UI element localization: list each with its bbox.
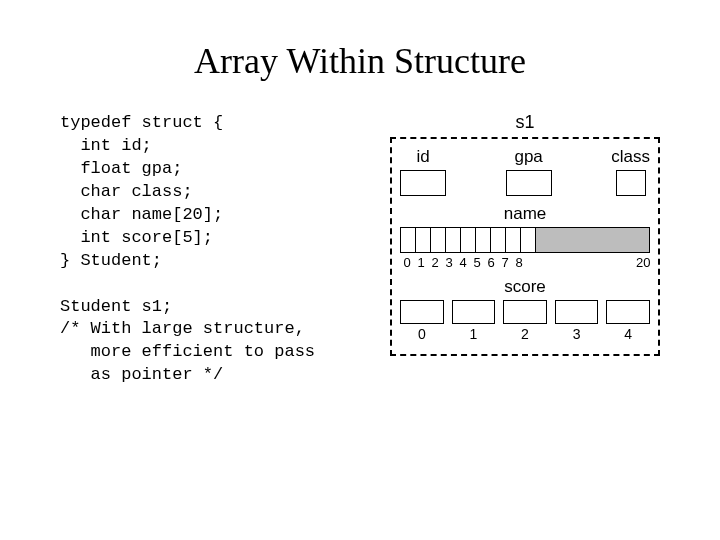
array-cell — [400, 300, 444, 324]
array-cell — [461, 228, 476, 252]
tick: 3 — [555, 326, 599, 342]
tick: 3 — [442, 255, 456, 271]
name-ticks: 0 1 2 3 4 5 6 7 8 20 — [400, 255, 650, 271]
variable-label: s1 — [390, 112, 660, 133]
tick: 5 — [470, 255, 484, 271]
field-label: gpa — [514, 147, 542, 167]
array-cell — [446, 228, 461, 252]
field-label: class — [611, 147, 650, 167]
code-line: more efficient to pass — [60, 342, 315, 361]
code-line: float gpa; — [60, 159, 182, 178]
field-cell — [506, 170, 552, 196]
tick: 8 — [512, 255, 526, 271]
tick: 2 — [428, 255, 442, 271]
code-line: } Student; — [60, 251, 162, 270]
field-label: id — [416, 147, 429, 167]
tick: 20 — [636, 255, 650, 270]
array-cell — [506, 228, 521, 252]
code-line: int id; — [60, 136, 152, 155]
array-cell — [401, 228, 416, 252]
tick: 2 — [503, 326, 547, 342]
tick: 1 — [414, 255, 428, 271]
code-line: int score[5]; — [60, 228, 213, 247]
tick: 4 — [456, 255, 470, 271]
field-cell — [616, 170, 646, 196]
field-cell — [400, 170, 446, 196]
diagram: s1 id gpa class name — [390, 112, 660, 387]
tick: 1 — [452, 326, 496, 342]
field-class: class — [611, 147, 650, 196]
code-line: typedef struct { — [60, 113, 223, 132]
score-ticks: 0 1 2 3 4 — [400, 326, 650, 342]
scalar-fields-row: id gpa class — [400, 147, 650, 196]
field-gpa: gpa — [506, 147, 552, 196]
score-array — [400, 300, 650, 324]
tick: 6 — [484, 255, 498, 271]
code-line: as pointer */ — [60, 365, 223, 384]
array-cell — [476, 228, 491, 252]
field-id: id — [400, 147, 446, 196]
score-label: score — [400, 277, 650, 297]
slide-title: Array Within Structure — [60, 40, 660, 82]
name-array — [400, 227, 650, 253]
code-line: char class; — [60, 182, 193, 201]
content-row: typedef struct { int id; float gpa; char… — [60, 112, 660, 387]
tick: 0 — [400, 255, 414, 271]
array-cell — [491, 228, 506, 252]
name-label: name — [400, 204, 650, 224]
array-cell — [606, 300, 650, 324]
code-block: typedef struct { int id; float gpa; char… — [60, 112, 370, 387]
tick: 0 — [400, 326, 444, 342]
tick: 7 — [498, 255, 512, 271]
code-line: char name[20]; — [60, 205, 223, 224]
array-cell — [416, 228, 431, 252]
array-cell — [521, 228, 536, 252]
tick: 4 — [606, 326, 650, 342]
code-line: /* With large structure, — [60, 319, 305, 338]
array-cell — [503, 300, 547, 324]
array-cell — [452, 300, 496, 324]
code-line: Student s1; — [60, 297, 172, 316]
array-cell-ellipsis — [536, 228, 649, 252]
struct-outline: id gpa class name — [390, 137, 660, 356]
array-cell — [431, 228, 446, 252]
array-cell — [555, 300, 599, 324]
